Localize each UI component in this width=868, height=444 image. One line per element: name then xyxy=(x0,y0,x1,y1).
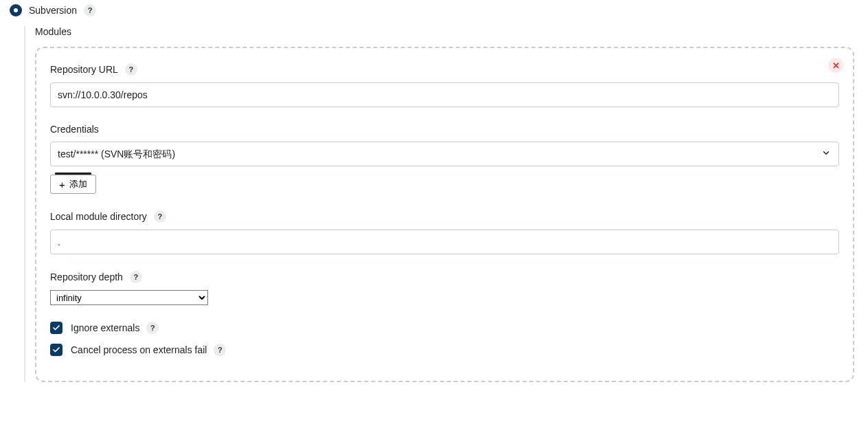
credentials-select[interactable]: test/****** (SVN账号和密码) xyxy=(50,142,839,166)
modules-label: Modules xyxy=(25,26,858,37)
local-dir-input[interactable] xyxy=(50,230,839,254)
help-icon[interactable]: ? xyxy=(130,271,142,283)
help-icon[interactable]: ? xyxy=(154,210,166,223)
repo-depth-select[interactable]: infinity xyxy=(50,290,208,305)
help-icon[interactable]: ? xyxy=(125,63,137,76)
add-button-label: 添加 xyxy=(69,178,87,190)
section-body: Modules ✕ Repository URL ? Credentials t… xyxy=(24,26,858,382)
section-header: Subversion ? xyxy=(10,4,858,16)
checkbox-row-cancel-externals: Cancel process on externals fail ? xyxy=(50,344,839,356)
radio-selected-icon[interactable] xyxy=(10,4,22,16)
ignore-externals-label: Ignore externals xyxy=(71,322,139,333)
repository-url-input[interactable] xyxy=(50,82,839,107)
close-icon[interactable]: ✕ xyxy=(828,58,843,73)
help-icon[interactable]: ? xyxy=(84,4,96,16)
help-icon[interactable]: ? xyxy=(214,344,226,356)
repository-url-label: Repository URL xyxy=(50,64,118,75)
local-dir-label: Local module directory xyxy=(50,211,147,222)
ignore-externals-checkbox[interactable] xyxy=(50,322,62,334)
section-title: Subversion xyxy=(29,5,77,16)
add-button[interactable]: + 添加 xyxy=(50,175,96,194)
checkbox-group: Ignore externals ? Cancel process on ext… xyxy=(50,322,839,356)
field-repository-url: Repository URL ? xyxy=(50,63,839,107)
field-local-dir: Local module directory ? xyxy=(50,210,839,254)
help-icon[interactable]: ? xyxy=(146,322,159,334)
field-repo-depth: Repository depth ? infinity xyxy=(50,271,839,305)
repo-depth-label: Repository depth xyxy=(50,271,123,282)
module-panel: ✕ Repository URL ? Credentials test/****… xyxy=(35,47,854,382)
credentials-label: Credentials xyxy=(50,124,99,135)
checkbox-row-ignore-externals: Ignore externals ? xyxy=(50,322,839,334)
cancel-externals-checkbox[interactable] xyxy=(50,344,62,356)
field-credentials: Credentials test/****** (SVN账号和密码) + 添加 xyxy=(50,124,839,194)
plus-icon: + xyxy=(59,179,65,190)
cancel-externals-label: Cancel process on externals fail xyxy=(71,344,207,355)
